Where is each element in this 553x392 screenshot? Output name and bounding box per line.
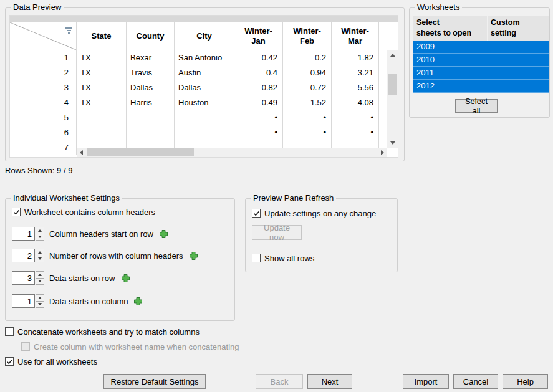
settings-title: Individual Worksheet Settings (11, 193, 122, 203)
scroll-right-button[interactable] (378, 148, 387, 157)
create-column-checkbox (21, 342, 30, 351)
spinner-input[interactable] (12, 249, 35, 262)
cell (127, 125, 175, 140)
cell: TX (77, 80, 127, 95)
back-button[interactable]: Back (256, 374, 303, 389)
spinner-input[interactable] (12, 294, 35, 308)
cell: 0.94 (283, 65, 332, 80)
cell: Houston (175, 95, 234, 110)
cell: Dallas (175, 80, 234, 95)
spinner-input[interactable] (12, 271, 35, 285)
header-rows-count-spinner[interactable] (12, 249, 44, 262)
add-icon[interactable] (188, 251, 199, 261)
cell: • (332, 110, 379, 125)
worksheets-title: Worksheets (415, 2, 462, 12)
next-button[interactable]: Next (307, 374, 352, 389)
data-start-row-label: Data starts on row (49, 274, 115, 283)
table-body: 1 TX Bexar San Antonio 0.42 0.2 1.82 2 T… (10, 50, 379, 155)
vertical-scrollbar-thumb[interactable] (388, 74, 397, 95)
row-number-cell: 1 (10, 50, 77, 65)
data-start-row-spinner[interactable] (12, 271, 44, 285)
update-now-button[interactable]: Update now (252, 225, 302, 240)
worksheet-contains-headers-checkbox[interactable] (12, 208, 21, 216)
row-number-cell: 6 (10, 125, 77, 140)
scroll-down-button[interactable] (388, 138, 397, 148)
refresh-title: Preview Pane Refresh (251, 193, 336, 203)
horizontal-scrollbar-thumb[interactable] (87, 148, 194, 156)
show-all-rows-checkbox[interactable] (252, 254, 261, 262)
cell: 1.82 (332, 50, 379, 65)
worksheet-item-2011[interactable]: 2011 (413, 67, 549, 80)
preview-table: State County City Winter-Jan Winter-Feb … (9, 15, 398, 158)
cell: TX (77, 95, 127, 110)
concatenate-worksheets-label: Concatenate worksheets and try to match … (17, 327, 200, 337)
worksheet-item-2009[interactable]: 2009 (413, 41, 549, 54)
worksheet-item-2012[interactable]: 2012 (413, 80, 549, 93)
spinner-down-button[interactable] (36, 302, 44, 308)
cell (175, 125, 234, 140)
spinner-up-button[interactable] (36, 294, 44, 302)
worksheet-item-2010[interactable]: 2010 (413, 54, 549, 67)
select-sheets-header: Select sheets to open (413, 16, 487, 41)
cell: Travis (127, 65, 175, 80)
custom-setting-header: Custom setting (487, 16, 549, 41)
spinner-up-button[interactable] (36, 271, 44, 279)
vertical-scrollbar[interactable] (387, 50, 398, 148)
worksheet-label: 2010 (416, 55, 435, 64)
column-headers-start-row-spinner[interactable] (12, 227, 44, 241)
cell: 0.42 (234, 50, 283, 65)
update-on-change-checkbox[interactable] (252, 209, 261, 218)
table-top-strip (10, 16, 398, 22)
table-row: 3 TX Dallas Dallas 0.82 0.72 5.56 (10, 80, 379, 95)
horizontal-scrollbar[interactable] (77, 148, 387, 157)
restore-default-settings-button[interactable]: Restore Default Settings (103, 374, 206, 389)
update-on-change-label: Update settings on any change (264, 209, 376, 218)
data-start-column-spinner[interactable] (12, 294, 44, 308)
cell: • (332, 125, 379, 140)
spinner-up-button[interactable] (36, 249, 44, 256)
cell: 4.08 (332, 95, 379, 110)
cell: • (234, 110, 283, 125)
spinner-up-button[interactable] (36, 227, 44, 234)
spinner-down-button[interactable] (36, 234, 44, 241)
cell (77, 125, 127, 140)
help-button[interactable]: Help (503, 374, 548, 389)
worksheets-group: Worksheets Select sheets to open Custom … (409, 7, 550, 118)
cell (77, 110, 127, 125)
column-header-winter-jan: Winter-Jan (234, 22, 283, 50)
rows-shown-status: Rows Shown: 9 / 9 (5, 166, 72, 175)
spinner-down-button[interactable] (36, 279, 44, 285)
spinner-down-button[interactable] (36, 256, 44, 263)
spinner-input[interactable] (12, 227, 35, 241)
cell: 0.72 (283, 80, 332, 95)
header-rows-count-label: Number of rows with column headers (49, 251, 183, 261)
scroll-left-button[interactable] (77, 148, 86, 157)
add-icon[interactable] (120, 273, 131, 284)
worksheet-label: 2009 (416, 42, 435, 51)
row-number-cell: 4 (10, 95, 77, 110)
column-header-winter-feb: Winter-Feb (283, 22, 332, 50)
cell: 0.82 (234, 80, 283, 95)
worksheet-label: 2012 (416, 81, 435, 90)
use-for-all-worksheets-checkbox[interactable] (5, 357, 14, 366)
add-icon[interactable] (158, 229, 169, 239)
cell: San Antonio (175, 50, 234, 65)
worksheet-contains-headers-label: Worksheet contains column headers (24, 208, 155, 217)
cell: • (234, 125, 283, 140)
worksheets-list-header: Select sheets to open Custom setting (413, 16, 549, 41)
column-filter-icon[interactable] (65, 27, 73, 34)
row-number-cell: 2 (10, 65, 77, 80)
cell (175, 110, 234, 125)
scroll-up-button[interactable] (388, 50, 397, 60)
import-button[interactable]: Import (403, 374, 449, 389)
cancel-button[interactable]: Cancel (453, 374, 498, 389)
concatenate-worksheets-checkbox[interactable] (5, 327, 14, 336)
select-all-button[interactable]: Select all (455, 99, 498, 113)
cell: 0.49 (234, 95, 283, 110)
add-icon[interactable] (133, 296, 143, 307)
table-row: 6 • • • (10, 125, 379, 140)
cell: Dallas (127, 80, 175, 95)
row-number-cell: 7 (10, 140, 77, 155)
cell: 0.4 (234, 65, 283, 80)
table-corner-cell (10, 22, 77, 50)
